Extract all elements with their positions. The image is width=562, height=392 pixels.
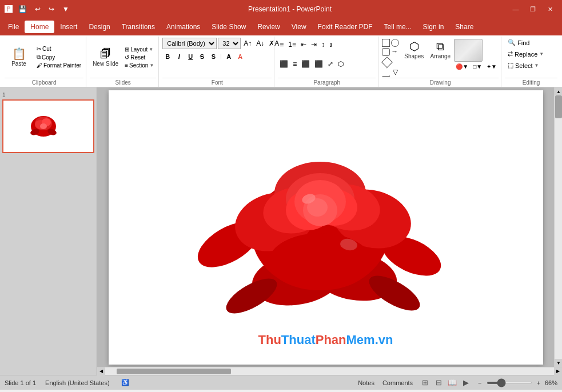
reading-view-button[interactable]: 📖 [446, 378, 459, 388]
menu-slideshow[interactable]: Slide Show [206, 21, 252, 33]
arrange-button[interactable]: ⧉ Arrange [428, 39, 453, 61]
reset-button[interactable]: ↺ Reset [122, 54, 156, 61]
qat-save[interactable]: 💾 [16, 4, 29, 14]
numbering-button[interactable]: 1≡ [286, 40, 298, 49]
shape-rect[interactable] [382, 39, 390, 47]
cut-button[interactable]: ✂ Cut [34, 45, 83, 53]
slide-sorter-button[interactable]: ⊟ [432, 378, 445, 388]
restore-button[interactable]: ❐ [525, 3, 540, 15]
menu-home[interactable]: Home [25, 21, 54, 33]
decrease-indent-button[interactable]: ⇤ [299, 40, 308, 49]
slide-thumbnail[interactable] [2, 99, 94, 153]
copy-button[interactable]: ⧉ Copy [34, 53, 83, 61]
decrease-font-button[interactable]: A↓ [254, 39, 266, 48]
menu-transitions[interactable]: Transitions [116, 21, 161, 33]
quick-format-col: 🔴▼ □▼ ✦▼ [454, 39, 499, 70]
comments-button[interactable]: Comments [380, 379, 415, 387]
zoom-control: − + 66% [476, 379, 557, 387]
zoom-slider[interactable] [487, 382, 532, 384]
menu-design[interactable]: Design [83, 21, 115, 33]
h-scrollbar-thumb[interactable] [117, 369, 231, 374]
text-direction-button[interactable]: ⤢ [326, 59, 335, 69]
layout-button[interactable]: ⊞ Layout ▼ [122, 46, 156, 53]
bullets-button[interactable]: ≡ [278, 40, 285, 49]
select-button[interactable]: ⬚ Select ▼ [505, 61, 542, 70]
section-button[interactable]: ≡ Section ▼ [122, 62, 156, 69]
zoom-in-button[interactable]: + [535, 379, 543, 387]
find-button[interactable]: 🔍 Find [505, 38, 532, 47]
underline-button[interactable]: U [185, 51, 196, 62]
watermark-thu: Thu [258, 333, 281, 347]
align-left-button[interactable]: ⬛ [278, 59, 290, 69]
replace-button[interactable]: ⇄ Replace ▼ [505, 49, 547, 59]
font-family-select[interactable]: Calibri (Body) [162, 38, 217, 49]
menu-signin[interactable]: Sign in [417, 21, 450, 33]
menu-view[interactable]: View [286, 21, 312, 33]
scroll-down-button[interactable]: ▼ [555, 359, 562, 367]
shape-circle[interactable] [391, 39, 399, 47]
new-slide-button[interactable]: 🗐 New Slide [90, 46, 121, 69]
italic-button[interactable]: I [174, 51, 184, 62]
scrollbar-thumb[interactable] [555, 95, 562, 118]
scroll-left-button[interactable]: ◀ [97, 367, 105, 375]
font-controls: Calibri (Body) 32 A↑ A↓ ✗A B I U S S [162, 38, 272, 77]
zoom-out-button[interactable]: − [476, 379, 484, 387]
quick-styles-box[interactable] [454, 39, 483, 62]
strikethrough-button[interactable]: S [197, 51, 207, 62]
qat-undo[interactable]: ↩ [33, 4, 43, 14]
scrollbar-track[interactable] [555, 95, 562, 359]
increase-font-button[interactable]: A↑ [242, 39, 253, 48]
menu-insert[interactable]: Insert [54, 21, 83, 33]
shape-triangle[interactable] [382, 69, 390, 77]
shape-outline-button[interactable]: □▼ [471, 63, 484, 70]
language-button[interactable]: English (United States) [43, 379, 112, 387]
qat-customize[interactable]: ▼ [60, 4, 71, 14]
slide-area[interactable]: ThuThuatPhanMem.vn [97, 87, 554, 367]
menu-tell[interactable]: Tell me... [378, 21, 417, 33]
bold-button[interactable]: B [162, 51, 173, 62]
close-button[interactable]: ✕ [543, 3, 557, 15]
columns-button[interactable]: ⫾ [328, 40, 334, 49]
menu-review[interactable]: Review [252, 21, 285, 33]
shape-diamond[interactable] [381, 57, 393, 68]
accessibility-button[interactable]: ♿ [119, 378, 131, 387]
shape-arrow[interactable]: → [391, 48, 399, 56]
shadow-button[interactable]: S [208, 51, 218, 62]
menu-share[interactable]: Share [449, 21, 479, 33]
format-painter-button[interactable]: 🖌 Format Painter [34, 62, 83, 69]
normal-view-button[interactable]: ⊞ [418, 378, 431, 388]
menu-file[interactable]: File [2, 21, 25, 33]
scroll-up-button[interactable]: ▲ [555, 87, 562, 95]
align-right-button[interactable]: ⬛ [300, 59, 312, 69]
scroll-right-button[interactable]: ▶ [554, 367, 562, 375]
font-size-select[interactable]: 32 [218, 38, 241, 49]
paste-button[interactable]: 📋 Paste [5, 46, 33, 69]
shape-more[interactable]: ▽ [391, 69, 399, 77]
increase-indent-button[interactable]: ⇥ [309, 40, 318, 49]
editing-content: 🔍 Find ⇄ Replace ▼ ⬚ Select ▼ [505, 38, 557, 77]
font-separator [221, 54, 221, 59]
shape-effects-button[interactable]: ✦▼ [485, 63, 499, 70]
h-scrollbar-track[interactable] [105, 367, 554, 375]
qat-redo[interactable]: ↪ [46, 4, 57, 14]
slide-thumb-inner [3, 101, 83, 152]
justify-button[interactable]: ⬛ [313, 59, 325, 69]
slideshow-view-button[interactable]: ▶ [460, 378, 472, 388]
menu-animations[interactable]: Animations [161, 21, 206, 33]
font-size-increase-button[interactable]: A [224, 51, 234, 62]
font-color-button[interactable]: A [235, 51, 245, 62]
convert-to-smartart-button[interactable]: ⬡ [336, 59, 345, 69]
line-spacing-button[interactable]: ↕ [320, 40, 326, 49]
paragraph-content: ≡ 1≡ ⇤ ⇥ ↕ ⫾ ⬛ ≡ ⬛ ⬛ ⤢ ⬡ [278, 38, 376, 77]
section-icon: ≡ [125, 62, 128, 69]
slide-panel: 1 [0, 87, 97, 375]
align-center-button[interactable]: ≡ [291, 59, 298, 69]
select-icon: ⬚ [508, 62, 513, 69]
minimize-button[interactable]: — [508, 3, 523, 15]
notes-button[interactable]: Notes [356, 379, 377, 387]
shapes-button[interactable]: ⬡ Shapes [401, 39, 427, 61]
shape-rounded-rect[interactable] [382, 48, 390, 56]
ribbon-content: 📋 Paste ✂ Cut ⧉ Copy 🖌 Format Painter [2, 37, 560, 87]
shape-fill-button[interactable]: 🔴▼ [454, 63, 470, 70]
menu-foxit[interactable]: Foxit Reader PDF [312, 21, 378, 33]
